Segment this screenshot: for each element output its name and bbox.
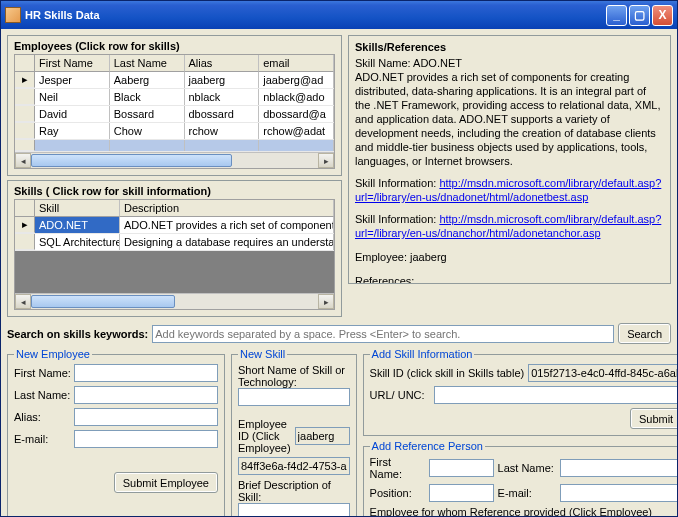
- table-row[interactable]: David Bossard dbossard dbossard@a: [15, 106, 334, 123]
- employees-grid[interactable]: First Name Last Name Alias email ▸ Jespe…: [14, 54, 335, 169]
- ref-last-label: Last Name:: [498, 462, 556, 474]
- url-label: URL/ UNC:: [370, 389, 430, 401]
- employee-guid-field: [238, 457, 350, 475]
- skill-info-line: Skill Information: http://msdn.microsoft…: [355, 212, 664, 240]
- titlebar: HR Skills Data _ ▢ X: [1, 1, 677, 29]
- ref-first-input[interactable]: [429, 459, 494, 477]
- employee-line: Employee: jaaberg: [355, 250, 664, 264]
- col-first-name[interactable]: First Name: [35, 55, 110, 72]
- scroll-right-icon[interactable]: ▸: [318, 294, 334, 309]
- table-row[interactable]: Ray Chow rchow rchow@adat: [15, 123, 334, 140]
- references-title: Skills/References: [355, 40, 664, 54]
- table-row[interactable]: SQL Architecture... Designing a database…: [15, 234, 334, 251]
- skills-title: Skills ( Click row for skill information…: [14, 185, 335, 197]
- scroll-right-icon[interactable]: ▸: [318, 153, 334, 168]
- row-indicator-icon: ▸: [15, 72, 35, 88]
- short-name-label: Short Name of Skill or Technology:: [238, 364, 350, 388]
- ref-position-label: Position:: [370, 487, 425, 499]
- references-label: References:: [355, 274, 664, 284]
- table-row[interactable]: ▸ ADO.NET ADO.NET provides a rich set of…: [15, 217, 334, 234]
- h-scrollbar[interactable]: ◂ ▸: [15, 293, 334, 309]
- close-button[interactable]: X: [652, 5, 673, 26]
- window-title: HR Skills Data: [25, 9, 604, 21]
- skills-panel: Skills ( Click row for skill information…: [7, 180, 342, 317]
- new-skill-fieldset: New Skill Short Name of Skill or Technol…: [231, 348, 357, 516]
- url-input[interactable]: [434, 386, 677, 404]
- add-reference-legend: Add Reference Person: [370, 440, 485, 452]
- first-name-input[interactable]: [74, 364, 218, 382]
- col-description[interactable]: Description: [120, 200, 334, 217]
- employee-alias-field: [295, 427, 350, 445]
- skill-info-line: Skill Information: http://msdn.microsoft…: [355, 176, 664, 204]
- col-alias[interactable]: Alias: [185, 55, 260, 72]
- brief-desc-label: Brief Description of Skill:: [238, 479, 350, 503]
- table-row[interactable]: Neil Black nblack nblack@ado: [15, 89, 334, 106]
- skills-grid[interactable]: Skill Description ▸ ADO.NET ADO.NET prov…: [14, 199, 335, 310]
- skill-id-label: Skill ID (click skill in Skills table): [370, 367, 525, 379]
- submit-info-button[interactable]: Submit Info: [630, 408, 677, 429]
- references-panel: Skills/References Skill Name: ADO.NET AD…: [348, 35, 671, 284]
- new-employee-fieldset: New Employee First Name: Last Name: Alia…: [7, 348, 225, 516]
- add-skill-info-legend: Add Skill Information: [370, 348, 475, 360]
- last-name-label: Last Name:: [14, 389, 74, 401]
- alias-label: Alias:: [14, 411, 74, 423]
- ref-position-input[interactable]: [429, 484, 494, 502]
- ref-email-input[interactable]: [560, 484, 677, 502]
- alias-input[interactable]: [74, 408, 218, 426]
- add-skill-info-fieldset: Add Skill Information Skill ID (click sk…: [363, 348, 677, 436]
- employees-title: Employees (Click row for skills): [14, 40, 335, 52]
- skill-name-line: Skill Name: ADO.NET: [355, 56, 664, 70]
- search-button[interactable]: Search: [618, 323, 671, 344]
- last-name-input[interactable]: [74, 386, 218, 404]
- brief-desc-input[interactable]: [238, 503, 350, 516]
- col-last-name[interactable]: Last Name: [110, 55, 185, 72]
- add-reference-fieldset: Add Reference Person First Name: Last Na…: [363, 440, 677, 516]
- ref-first-label: First Name:: [370, 456, 425, 480]
- row-indicator-icon: ▸: [15, 217, 35, 233]
- short-name-input[interactable]: [238, 388, 350, 406]
- new-skill-legend: New Skill: [238, 348, 287, 360]
- ref-email-label: E-mail:: [498, 487, 556, 499]
- maximize-button[interactable]: ▢: [629, 5, 650, 26]
- first-name-label: First Name:: [14, 367, 74, 379]
- search-input[interactable]: [152, 325, 614, 343]
- scroll-left-icon[interactable]: ◂: [15, 153, 31, 168]
- h-scrollbar[interactable]: ◂ ▸: [15, 152, 334, 168]
- ref-last-input[interactable]: [560, 459, 677, 477]
- skill-id-field: [528, 364, 677, 382]
- email-label: E-mail:: [14, 433, 74, 445]
- skill-description: ADO.NET provides a rich set of component…: [355, 70, 664, 168]
- scroll-left-icon[interactable]: ◂: [15, 294, 31, 309]
- employee-id-label: Employee ID (Click Employee): [238, 418, 291, 454]
- employees-panel: Employees (Click row for skills) First N…: [7, 35, 342, 176]
- app-window: HR Skills Data _ ▢ X Employees (Click ro…: [0, 0, 678, 517]
- app-icon: [5, 7, 21, 23]
- col-skill[interactable]: Skill: [35, 200, 120, 217]
- submit-employee-button[interactable]: Submit Employee: [114, 472, 218, 493]
- ref-employee-for-label: Employee for whom Reference provided (Cl…: [370, 506, 677, 516]
- col-email[interactable]: email: [259, 55, 334, 72]
- table-row[interactable]: [15, 140, 334, 152]
- search-label: Search on skills keywords:: [7, 328, 148, 340]
- new-employee-legend: New Employee: [14, 348, 92, 360]
- minimize-button[interactable]: _: [606, 5, 627, 26]
- table-row[interactable]: ▸ Jesper Aaberg jaaberg jaaberg@ad: [15, 72, 334, 89]
- email-input[interactable]: [74, 430, 218, 448]
